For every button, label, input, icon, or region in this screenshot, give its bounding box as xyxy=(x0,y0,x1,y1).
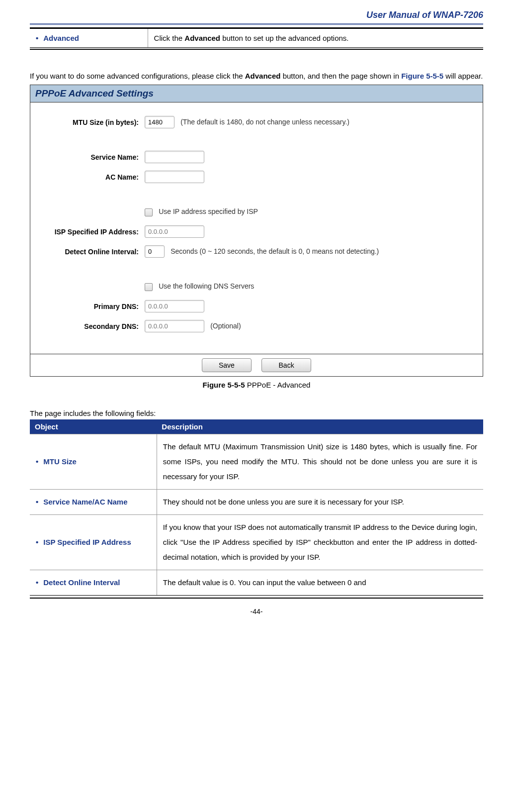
fields-bottom-rule-1 xyxy=(30,595,483,596)
header-rule xyxy=(30,23,483,25)
advanced-desc-cell: Click the Advanced button to set up the … xyxy=(148,29,483,47)
secondary-dns-input[interactable] xyxy=(145,320,204,332)
advanced-label-cell: Advanced xyxy=(30,29,148,47)
desc-isp: If you know that your ISP does not autom… xyxy=(157,514,483,570)
mtu-input[interactable] xyxy=(145,116,174,128)
ac-input[interactable] xyxy=(145,171,204,183)
detect-note: Seconds (0 ~ 120 seconds, the default is… xyxy=(171,247,379,255)
desc-detect: The default value is 0. You can input th… xyxy=(157,570,483,595)
secondary-dns-label: Secondary DNS: xyxy=(35,322,145,330)
primary-dns-row: Primary DNS: xyxy=(35,299,478,314)
table-bottom-rule-2 xyxy=(30,49,483,50)
panel-body: MTU Size (in bytes): (The default is 148… xyxy=(30,102,483,354)
button-row: Save Back xyxy=(30,354,483,376)
secondary-dns-row: Secondary DNS: (Optional) xyxy=(35,319,478,334)
detect-input[interactable] xyxy=(145,245,165,258)
fields-table: Object Description MTU Size The default … xyxy=(30,419,483,595)
isp-ip-label: ISP Specified IP Address: xyxy=(35,228,145,236)
detect-row: Detect Online Interval: Seconds (0 ~ 120… xyxy=(35,244,478,259)
p1-post: button, and then the page shown in xyxy=(280,72,401,80)
mtu-label: MTU Size (in bytes): xyxy=(35,118,145,126)
figure-caption-rest: PPPoE - Advanced xyxy=(245,381,311,389)
intro-paragraph: If you want to do some advanced configur… xyxy=(30,70,483,83)
page-header-title: User Manual of WNAP-7206 xyxy=(30,10,483,23)
use-ip-checkbox[interactable] xyxy=(145,208,153,216)
use-dns-label: Use the following DNS Servers xyxy=(159,282,254,290)
desc-service: They should not be done unless you are s… xyxy=(157,489,483,514)
use-ip-row: Use IP address specified by ISP xyxy=(35,204,478,219)
isp-ip-input[interactable] xyxy=(145,225,204,238)
figure-caption: Figure 5-5-5 PPPoE - Advanced xyxy=(30,381,483,389)
fields-bottom-rule-2 xyxy=(30,598,483,599)
fields-intro: The page includes the following fields: xyxy=(30,409,483,417)
header-description: Description xyxy=(157,419,483,434)
advanced-desc-bold: Advanced xyxy=(184,34,220,42)
advanced-desc-post: button to set up the advanced options. xyxy=(220,34,349,42)
primary-dns-input[interactable] xyxy=(145,300,204,312)
table-row: ISP Specified IP Address If you know tha… xyxy=(30,514,483,570)
p1-bold: Advanced xyxy=(245,72,281,80)
mtu-row: MTU Size (in bytes): (The default is 148… xyxy=(35,115,478,130)
advanced-desc-pre: Click the xyxy=(154,34,185,42)
use-dns-checkbox[interactable] xyxy=(145,283,153,291)
figure-ref: Figure 5-5-5 xyxy=(401,72,443,80)
back-button[interactable]: Back xyxy=(261,358,311,372)
table-row: Service Name/AC Name They should not be … xyxy=(30,489,483,514)
table-header-row: Object Description xyxy=(30,419,483,434)
save-button[interactable]: Save xyxy=(202,358,252,372)
table-bottom-rule-1 xyxy=(30,47,483,48)
obj-isp: ISP Specified IP Address xyxy=(36,538,131,546)
obj-detect: Detect Online Interval xyxy=(36,578,120,587)
desc-mtu: The default MTU (Maximum Transmission Un… xyxy=(157,434,483,489)
advanced-label: Advanced xyxy=(36,34,79,42)
use-dns-row: Use the following DNS Servers xyxy=(35,279,478,294)
optional-note: (Optional) xyxy=(210,322,241,330)
service-row: Service Name: xyxy=(35,150,478,165)
p1-end: will appear. xyxy=(443,72,483,80)
use-ip-label: Use IP address specified by ISP xyxy=(159,207,258,215)
page-number: -44- xyxy=(30,608,483,615)
advanced-row-table: Advanced Click the Advanced button to se… xyxy=(30,29,483,47)
service-label: Service Name: xyxy=(35,153,145,161)
table-row: Detect Online Interval The default value… xyxy=(30,570,483,595)
primary-dns-label: Primary DNS: xyxy=(35,303,145,310)
mtu-note: (The default is 1480, do not change unle… xyxy=(180,118,349,126)
panel-title: PPPoE Advanced Settings xyxy=(30,85,483,102)
p1-pre: If you want to do some advanced configur… xyxy=(30,72,245,80)
ac-label: AC Name: xyxy=(35,173,145,181)
settings-panel: PPPoE Advanced Settings MTU Size (in byt… xyxy=(30,85,483,377)
table-row: Advanced Click the Advanced button to se… xyxy=(30,29,483,47)
isp-ip-row: ISP Specified IP Address: xyxy=(35,224,478,239)
figure-caption-bold: Figure 5-5-5 xyxy=(203,381,245,389)
obj-mtu: MTU Size xyxy=(36,457,77,466)
detect-label: Detect Online Interval: xyxy=(35,248,145,256)
obj-service: Service Name/AC Name xyxy=(36,498,128,506)
header-object: Object xyxy=(30,419,157,434)
ac-row: AC Name: xyxy=(35,170,478,185)
table-row: MTU Size The default MTU (Maximum Transm… xyxy=(30,434,483,489)
mtu-ctrl: (The default is 1480, do not change unle… xyxy=(145,116,349,128)
service-input[interactable] xyxy=(145,151,204,163)
